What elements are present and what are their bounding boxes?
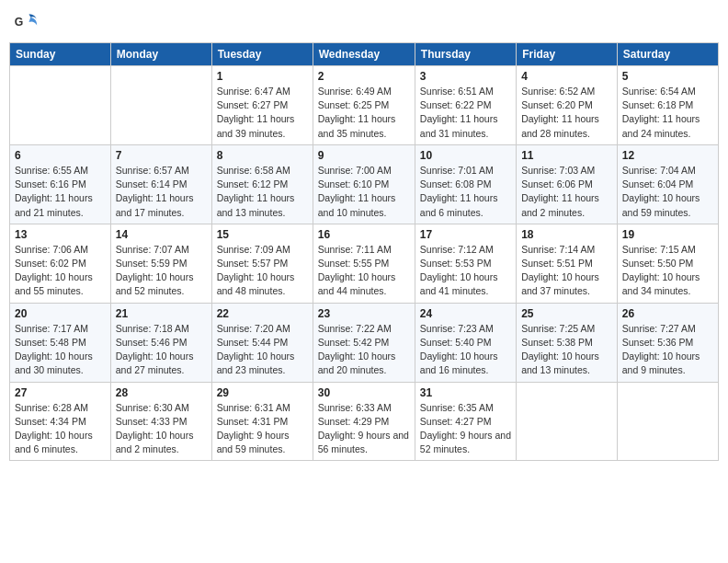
calendar-cell-w4d0: 27Sunrise: 6:28 AM Sunset: 4:34 PM Dayli… bbox=[10, 382, 111, 461]
day-info: Sunrise: 7:25 AM Sunset: 5:38 PM Dayligh… bbox=[521, 322, 612, 378]
day-info: Sunrise: 7:03 AM Sunset: 6:06 PM Dayligh… bbox=[521, 164, 612, 220]
day-number: 2 bbox=[318, 70, 410, 83]
day-info: Sunrise: 7:09 AM Sunset: 5:57 PM Dayligh… bbox=[217, 243, 308, 299]
calendar-cell-w1d6: 12Sunrise: 7:04 AM Sunset: 6:04 PM Dayli… bbox=[617, 144, 718, 224]
calendar-cell-w0d1 bbox=[110, 66, 211, 145]
day-number: 27 bbox=[15, 386, 106, 399]
calendar-cell-w4d4: 31Sunrise: 6:35 AM Sunset: 4:27 PM Dayli… bbox=[415, 382, 516, 461]
col-header-thursday: Thursday bbox=[415, 43, 516, 66]
day-number: 15 bbox=[217, 228, 308, 241]
calendar-cell-w1d3: 9Sunrise: 7:00 AM Sunset: 6:10 PM Daylig… bbox=[313, 144, 415, 224]
calendar-cell-w0d5: 4Sunrise: 6:52 AM Sunset: 6:20 PM Daylig… bbox=[517, 66, 618, 145]
day-info: Sunrise: 7:00 AM Sunset: 6:10 PM Dayligh… bbox=[318, 164, 410, 220]
col-header-friday: Friday bbox=[517, 43, 618, 66]
day-number: 14 bbox=[116, 228, 207, 241]
day-number: 10 bbox=[420, 149, 511, 162]
day-info: Sunrise: 6:49 AM Sunset: 6:25 PM Dayligh… bbox=[318, 85, 410, 141]
day-info: Sunrise: 6:31 AM Sunset: 4:31 PM Dayligh… bbox=[217, 401, 308, 457]
calendar-cell-w3d6: 26Sunrise: 7:27 AM Sunset: 5:36 PM Dayli… bbox=[617, 303, 718, 382]
day-info: Sunrise: 7:01 AM Sunset: 6:08 PM Dayligh… bbox=[420, 164, 511, 220]
day-info: Sunrise: 6:55 AM Sunset: 6:16 PM Dayligh… bbox=[15, 164, 106, 220]
day-info: Sunrise: 6:51 AM Sunset: 6:22 PM Dayligh… bbox=[420, 85, 511, 141]
day-info: Sunrise: 7:18 AM Sunset: 5:46 PM Dayligh… bbox=[116, 322, 207, 378]
day-info: Sunrise: 7:07 AM Sunset: 5:59 PM Dayligh… bbox=[116, 243, 207, 299]
calendar-table: SundayMondayTuesdayWednesdayThursdayFrid… bbox=[9, 42, 719, 461]
day-number: 26 bbox=[622, 307, 713, 320]
col-header-tuesday: Tuesday bbox=[211, 43, 313, 66]
day-number: 1 bbox=[217, 70, 308, 83]
day-info: Sunrise: 6:30 AM Sunset: 4:33 PM Dayligh… bbox=[116, 401, 207, 457]
day-info: Sunrise: 7:12 AM Sunset: 5:53 PM Dayligh… bbox=[420, 243, 511, 299]
day-number: 23 bbox=[318, 307, 410, 320]
logo: G bbox=[13, 9, 42, 35]
calendar-cell-w1d5: 11Sunrise: 7:03 AM Sunset: 6:06 PM Dayli… bbox=[517, 144, 618, 224]
calendar-cell-w2d2: 15Sunrise: 7:09 AM Sunset: 5:57 PM Dayli… bbox=[211, 224, 313, 303]
page-header: G bbox=[9, 9, 719, 35]
day-number: 8 bbox=[217, 149, 308, 162]
day-info: Sunrise: 7:11 AM Sunset: 5:55 PM Dayligh… bbox=[318, 243, 410, 299]
day-info: Sunrise: 6:28 AM Sunset: 4:34 PM Dayligh… bbox=[15, 401, 106, 457]
day-number: 28 bbox=[116, 386, 207, 399]
day-info: Sunrise: 7:14 AM Sunset: 5:51 PM Dayligh… bbox=[521, 243, 612, 299]
day-number: 31 bbox=[420, 386, 511, 399]
day-number: 30 bbox=[318, 386, 410, 399]
calendar-cell-w0d4: 3Sunrise: 6:51 AM Sunset: 6:22 PM Daylig… bbox=[415, 66, 516, 145]
day-number: 17 bbox=[420, 228, 511, 241]
day-number: 29 bbox=[217, 386, 308, 399]
calendar-cell-w0d6: 5Sunrise: 6:54 AM Sunset: 6:18 PM Daylig… bbox=[617, 66, 718, 145]
calendar-cell-w3d5: 25Sunrise: 7:25 AM Sunset: 5:38 PM Dayli… bbox=[517, 303, 618, 382]
day-info: Sunrise: 7:22 AM Sunset: 5:42 PM Dayligh… bbox=[318, 322, 410, 378]
calendar-cell-w3d2: 22Sunrise: 7:20 AM Sunset: 5:44 PM Dayli… bbox=[211, 303, 313, 382]
calendar-cell-w2d5: 18Sunrise: 7:14 AM Sunset: 5:51 PM Dayli… bbox=[517, 224, 618, 303]
day-number: 22 bbox=[217, 307, 308, 320]
day-number: 6 bbox=[15, 149, 106, 162]
day-number: 4 bbox=[521, 70, 612, 83]
col-header-saturday: Saturday bbox=[617, 43, 718, 66]
day-info: Sunrise: 7:04 AM Sunset: 6:04 PM Dayligh… bbox=[622, 164, 713, 220]
day-info: Sunrise: 7:27 AM Sunset: 5:36 PM Dayligh… bbox=[622, 322, 713, 378]
calendar-cell-w3d4: 24Sunrise: 7:23 AM Sunset: 5:40 PM Dayli… bbox=[415, 303, 516, 382]
day-number: 12 bbox=[622, 149, 713, 162]
day-info: Sunrise: 6:58 AM Sunset: 6:12 PM Dayligh… bbox=[217, 164, 308, 220]
day-number: 24 bbox=[420, 307, 511, 320]
day-number: 13 bbox=[15, 228, 106, 241]
calendar-cell-w1d2: 8Sunrise: 6:58 AM Sunset: 6:12 PM Daylig… bbox=[211, 144, 313, 224]
calendar-cell-w2d6: 19Sunrise: 7:15 AM Sunset: 5:50 PM Dayli… bbox=[617, 224, 718, 303]
day-info: Sunrise: 7:20 AM Sunset: 5:44 PM Dayligh… bbox=[217, 322, 308, 378]
day-number: 25 bbox=[521, 307, 612, 320]
day-number: 20 bbox=[15, 307, 106, 320]
day-number: 3 bbox=[420, 70, 511, 83]
svg-text:G: G bbox=[15, 16, 24, 29]
day-number: 11 bbox=[521, 149, 612, 162]
day-info: Sunrise: 7:06 AM Sunset: 6:02 PM Dayligh… bbox=[15, 243, 106, 299]
day-info: Sunrise: 6:33 AM Sunset: 4:29 PM Dayligh… bbox=[318, 401, 410, 457]
day-info: Sunrise: 7:23 AM Sunset: 5:40 PM Dayligh… bbox=[420, 322, 511, 378]
calendar-cell-w0d3: 2Sunrise: 6:49 AM Sunset: 6:25 PM Daylig… bbox=[313, 66, 415, 145]
day-number: 7 bbox=[116, 149, 207, 162]
calendar-cell-w2d3: 16Sunrise: 7:11 AM Sunset: 5:55 PM Dayli… bbox=[313, 224, 415, 303]
col-header-wednesday: Wednesday bbox=[313, 43, 415, 66]
day-info: Sunrise: 6:54 AM Sunset: 6:18 PM Dayligh… bbox=[622, 85, 713, 141]
calendar-cell-w1d0: 6Sunrise: 6:55 AM Sunset: 6:16 PM Daylig… bbox=[10, 144, 111, 224]
calendar-cell-w2d1: 14Sunrise: 7:07 AM Sunset: 5:59 PM Dayli… bbox=[110, 224, 211, 303]
calendar-cell-w4d3: 30Sunrise: 6:33 AM Sunset: 4:29 PM Dayli… bbox=[313, 382, 415, 461]
calendar-cell-w0d0 bbox=[10, 66, 111, 145]
col-header-monday: Monday bbox=[110, 43, 211, 66]
day-info: Sunrise: 7:17 AM Sunset: 5:48 PM Dayligh… bbox=[15, 322, 106, 378]
day-number: 5 bbox=[622, 70, 713, 83]
col-header-sunday: Sunday bbox=[10, 43, 111, 66]
calendar-cell-w0d2: 1Sunrise: 6:47 AM Sunset: 6:27 PM Daylig… bbox=[211, 66, 313, 145]
calendar-cell-w3d0: 20Sunrise: 7:17 AM Sunset: 5:48 PM Dayli… bbox=[10, 303, 111, 382]
day-info: Sunrise: 6:57 AM Sunset: 6:14 PM Dayligh… bbox=[116, 164, 207, 220]
day-number: 16 bbox=[318, 228, 410, 241]
day-number: 19 bbox=[622, 228, 713, 241]
day-number: 21 bbox=[116, 307, 207, 320]
calendar-cell-w1d4: 10Sunrise: 7:01 AM Sunset: 6:08 PM Dayli… bbox=[415, 144, 516, 224]
calendar-cell-w2d4: 17Sunrise: 7:12 AM Sunset: 5:53 PM Dayli… bbox=[415, 224, 516, 303]
calendar-cell-w4d5 bbox=[517, 382, 618, 461]
day-info: Sunrise: 6:47 AM Sunset: 6:27 PM Dayligh… bbox=[217, 85, 308, 141]
day-info: Sunrise: 6:35 AM Sunset: 4:27 PM Dayligh… bbox=[420, 401, 511, 457]
calendar-cell-w4d6 bbox=[617, 382, 718, 461]
calendar-cell-w2d0: 13Sunrise: 7:06 AM Sunset: 6:02 PM Dayli… bbox=[10, 224, 111, 303]
calendar-cell-w1d1: 7Sunrise: 6:57 AM Sunset: 6:14 PM Daylig… bbox=[110, 144, 211, 224]
